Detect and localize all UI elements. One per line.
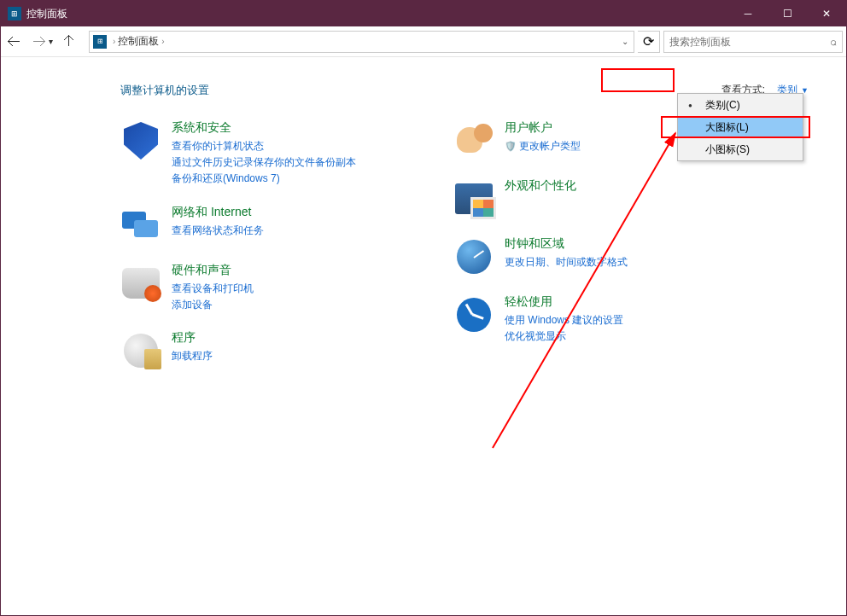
- category-link[interactable]: 查看网络状态和任务: [172, 223, 402, 239]
- dropdown-item[interactable]: 小图标(S): [678, 138, 803, 160]
- category-network: 网络和 Internet查看网络状态和任务: [120, 205, 402, 246]
- maximize-button[interactable]: ☐: [768, 1, 807, 26]
- category-hardware: 硬件和声音查看设备和打印机添加设备: [120, 263, 402, 313]
- appearance-icon[interactable]: [453, 178, 494, 219]
- category-title[interactable]: 系统和安全: [172, 120, 402, 136]
- app-icon: ⊞: [8, 7, 21, 20]
- category-title[interactable]: 轻松使用: [505, 294, 735, 310]
- view-dropdown-menu: 类别(C)大图标(L)小图标(S): [677, 93, 803, 161]
- location-icon: ⊞: [93, 35, 107, 49]
- category-programs: 程序卸载程序: [120, 330, 402, 371]
- network-icon[interactable]: [120, 205, 161, 246]
- titlebar: ⊞ 控制面板 ─ ☐ ✕: [1, 1, 846, 26]
- category-link[interactable]: 备份和还原(Windows 7): [172, 171, 402, 187]
- search-box[interactable]: ⌕: [663, 31, 843, 53]
- category-link[interactable]: 添加设备: [172, 297, 402, 313]
- window-title: 控制面板: [26, 7, 728, 21]
- address-dropdown-icon[interactable]: ⌄: [616, 32, 634, 52]
- category-link[interactable]: 优化视觉显示: [505, 328, 735, 345]
- nav-toolbar: 🡠 🡢 ▾ 🡡 ⊞ › 控制面板› ⌄ ⟳ ⌕: [1, 26, 846, 57]
- search-input[interactable]: [669, 36, 830, 48]
- dropdown-item[interactable]: 类别(C): [678, 94, 803, 116]
- users-icon[interactable]: [453, 120, 494, 161]
- category-ease: 轻松使用使用 Windows 建议的设置优化视觉显示: [453, 294, 735, 345]
- category-link[interactable]: 更改日期、时间或数字格式: [505, 254, 735, 270]
- dropdown-item[interactable]: 大图标(L): [678, 116, 803, 138]
- search-icon[interactable]: ⌕: [830, 35, 837, 48]
- programs-icon[interactable]: [120, 330, 161, 371]
- chevron-right-icon: ›: [161, 37, 164, 46]
- breadcrumb-item[interactable]: 控制面板: [118, 34, 159, 49]
- category-title[interactable]: 硬件和声音: [172, 263, 402, 278]
- refresh-button[interactable]: ⟳: [638, 31, 660, 53]
- category-clock: 时钟和区域更改日期、时间或数字格式: [453, 236, 735, 277]
- security-icon[interactable]: [120, 120, 161, 161]
- hardware-icon[interactable]: [120, 263, 161, 304]
- chevron-right-icon: ›: [113, 37, 115, 46]
- category-security: 系统和安全查看你的计算机状态通过文件历史记录保存你的文件备份副本备份和还原(Wi…: [120, 120, 402, 188]
- minimize-button[interactable]: ─: [728, 1, 768, 26]
- ease-icon[interactable]: [453, 294, 494, 335]
- up-button[interactable]: 🡡: [56, 29, 82, 55]
- address-bar[interactable]: ⊞ › 控制面板› ⌄: [89, 31, 634, 53]
- category-link[interactable]: 通过文件历史记录保存你的文件备份副本: [172, 154, 402, 171]
- category-link[interactable]: 查看设备和打印机: [172, 281, 402, 297]
- history-dropdown-icon[interactable]: ▾: [49, 37, 53, 46]
- category-link[interactable]: 使用 Windows 建议的设置: [505, 312, 735, 328]
- category-link[interactable]: 查看你的计算机状态: [172, 138, 402, 154]
- back-button[interactable]: 🡠: [1, 29, 26, 55]
- close-button[interactable]: ✕: [807, 1, 846, 26]
- category-appearance: 外观和个性化: [453, 178, 735, 219]
- clock-icon[interactable]: [453, 236, 494, 277]
- category-title[interactable]: 外观和个性化: [505, 178, 735, 194]
- category-title[interactable]: 程序: [172, 330, 402, 346]
- category-title[interactable]: 网络和 Internet: [172, 205, 402, 220]
- category-title[interactable]: 时钟和区域: [505, 236, 735, 252]
- category-link[interactable]: 卸载程序: [172, 348, 402, 364]
